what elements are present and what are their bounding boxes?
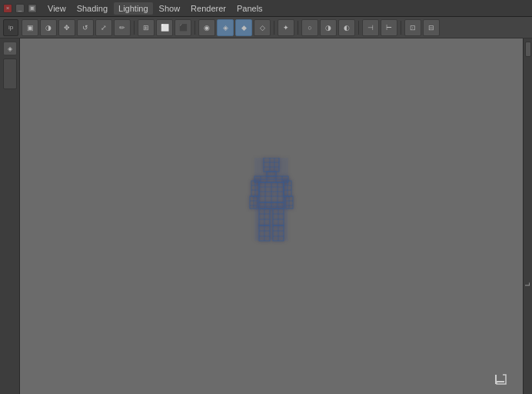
toolbar-render2-btn[interactable]: ◑ [320, 19, 337, 36]
left-panel: ◈ [0, 38, 20, 394]
menu-panels[interactable]: Panels [232, 2, 268, 15]
close-button[interactable]: × [3, 4, 12, 13]
right-panel-label: L [524, 282, 531, 286]
toolbar-sphere-btn[interactable]: ◈ [217, 19, 234, 36]
toolbar-rotate-btn[interactable]: ↺ [77, 19, 94, 36]
toolbar-sep-3 [274, 21, 274, 35]
toolbar-sep-6 [401, 21, 401, 35]
toolbar-extra2-btn[interactable]: ⊟ [423, 19, 440, 36]
title-bar: × _ ▣ View Shading Lighting Show Rendere… [0, 0, 532, 17]
toolbar-render3-btn[interactable]: ◐ [338, 19, 355, 36]
toolbar-camera-btn[interactable]: ⬜ [156, 19, 173, 36]
toolbar-paint-btn[interactable]: ✏ [114, 19, 131, 36]
cursor-icon [494, 372, 507, 388]
menu-bar: View Shading Lighting Show Renderer Pane… [43, 2, 529, 15]
toolbar-light-btn[interactable]: ✦ [278, 19, 294, 36]
toolbar-sep-1 [134, 21, 135, 35]
menu-view[interactable]: View [43, 2, 71, 15]
toolbar-snap-btn[interactable]: ⊢ [381, 19, 397, 36]
app-label: ip [3, 19, 18, 36]
menu-renderer[interactable]: Renderer [186, 2, 231, 15]
toolbar-extra1-btn[interactable]: ⊡ [404, 19, 421, 36]
viewport[interactable] [20, 38, 523, 394]
toolbar-scale-btn[interactable]: ⤢ [95, 19, 112, 36]
toolbar-move-btn[interactable]: ✥ [58, 19, 75, 36]
character-svg [248, 158, 294, 242]
toolbar-sep-5 [358, 21, 359, 35]
toolbar-grid-btn[interactable]: ⊞ [138, 19, 155, 36]
svg-rect-56 [254, 158, 288, 241]
toolbar-smooth-btn[interactable]: ◇ [254, 19, 271, 36]
viewport-container: ◈ [0, 38, 532, 394]
toolbar-sep-4 [298, 21, 298, 35]
toolbar-wire-btn[interactable]: ◆ [235, 19, 252, 36]
toolbar-cube-btn[interactable]: ◉ [198, 19, 215, 36]
left-panel-slider[interactable] [3, 58, 17, 89]
window-controls: × _ ▣ [3, 4, 37, 13]
toolbar-cursor-btn[interactable]: ⊣ [362, 19, 379, 36]
menu-shading[interactable]: Shading [72, 2, 112, 15]
toolbar-sep-2 [195, 21, 195, 35]
menu-show[interactable]: Show [155, 2, 185, 15]
menu-lighting[interactable]: Lighting [114, 2, 153, 15]
toolbar-lasso-btn[interactable]: ◑ [40, 19, 57, 36]
toolbar-render1-btn[interactable]: ○ [301, 19, 318, 36]
minimize-button[interactable]: _ [15, 4, 25, 13]
character-model [248, 158, 294, 244]
left-panel-btn-1[interactable]: ◈ [3, 42, 17, 55]
toolbar: ip ▣ ◑ ✥ ↺ ⤢ ✏ ⊞ ⬜ ⬛ ◉ ◈ ◆ ◇ ✦ ○ ◑ ◐ ⊣ ⊢… [0, 17, 532, 38]
toolbar-frame-btn[interactable]: ⬛ [175, 19, 191, 36]
right-panel-collapse-btn[interactable] [525, 42, 531, 57]
app-icon: ▣ [28, 4, 37, 13]
toolbar-select-btn[interactable]: ▣ [22, 19, 38, 36]
right-panel: L [523, 38, 532, 394]
